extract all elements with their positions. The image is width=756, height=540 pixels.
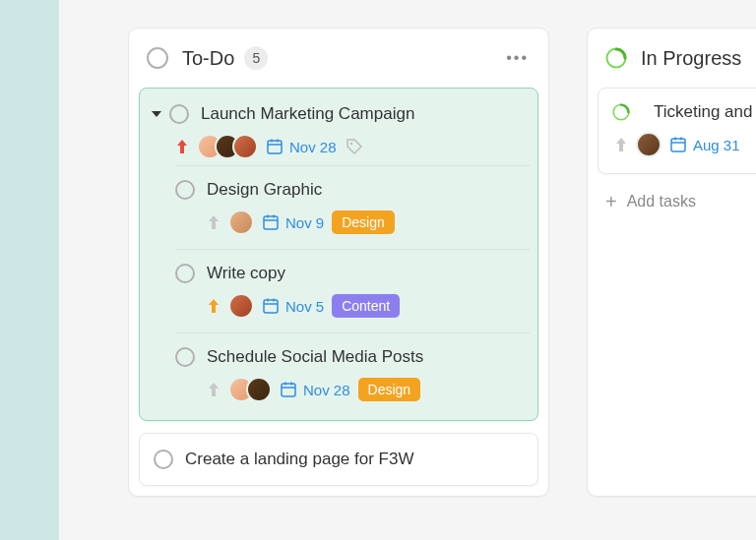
column-body: Launch Marketing Campaign xyxy=(129,88,548,496)
avatar[interactable] xyxy=(228,293,254,319)
tag-icon[interactable] xyxy=(345,137,364,156)
avatar[interactable] xyxy=(246,377,272,402)
priority-none-icon xyxy=(207,381,220,398)
due-date[interactable]: Nov 28 xyxy=(266,138,337,155)
add-task-button[interactable]: + Add tasks xyxy=(588,174,756,229)
avatar[interactable] xyxy=(228,210,254,235)
label-chip[interactable]: Design xyxy=(332,210,395,234)
kanban-board: To-Do 5 ••• Launch Marketing Campaign xyxy=(128,28,756,497)
task-title: Schedule Social Media Posts xyxy=(207,347,423,367)
task-title: Write copy xyxy=(207,264,285,283)
label-chip[interactable]: Content xyxy=(332,294,400,318)
assignee-avatars[interactable] xyxy=(636,132,662,157)
calendar-icon xyxy=(669,136,687,153)
assignee-avatars[interactable] xyxy=(228,293,254,319)
subtask-card[interactable]: Design Graphic Nov 9 xyxy=(175,165,530,249)
count-badge: 5 xyxy=(244,46,268,70)
assignee-avatars[interactable] xyxy=(228,210,254,235)
subtask-card[interactable]: Write copy Nov 5 xyxy=(175,249,530,332)
due-date[interactable]: Aug 31 xyxy=(669,136,740,153)
svg-rect-19 xyxy=(671,139,685,151)
complete-toggle[interactable] xyxy=(154,450,173,469)
status-progress-icon xyxy=(605,47,627,69)
due-date-text: Aug 31 xyxy=(693,137,740,153)
task-title: Design Graphic xyxy=(207,180,322,200)
svg-rect-0 xyxy=(268,141,282,153)
calendar-icon xyxy=(262,297,280,315)
task-card[interactable]: Ticketing and r Aug 31 xyxy=(598,88,756,174)
due-date[interactable]: Nov 28 xyxy=(280,381,350,398)
column-inprogress: In Progress 0 Ticketing and r xyxy=(587,28,756,497)
priority-high-icon xyxy=(175,138,189,155)
parent-task-row[interactable]: Launch Marketing Campaign xyxy=(148,100,530,126)
due-date[interactable]: Nov 9 xyxy=(262,213,324,231)
calendar-icon xyxy=(280,381,297,398)
add-task-label: Add tasks xyxy=(627,193,696,210)
priority-none-icon xyxy=(207,213,220,231)
due-date-text: Nov 9 xyxy=(285,214,324,231)
label-chip[interactable]: Design xyxy=(358,378,421,401)
due-date[interactable]: Nov 5 xyxy=(262,297,324,315)
column-title: To-Do xyxy=(182,47,234,70)
column-header-todo: To-Do 5 ••• xyxy=(129,29,548,88)
status-progress-icon xyxy=(612,103,630,121)
status-circle-icon xyxy=(147,47,168,69)
complete-toggle[interactable] xyxy=(175,347,195,367)
priority-medium-icon xyxy=(207,297,220,315)
due-date-text: Nov 28 xyxy=(289,139,337,155)
column-todo: To-Do 5 ••• Launch Marketing Campaign xyxy=(128,28,549,497)
column-header-inprogress: In Progress 0 xyxy=(588,29,756,88)
task-card-parent[interactable]: Launch Marketing Campaign xyxy=(139,88,538,421)
task-title: Launch Marketing Campaign xyxy=(201,104,414,124)
priority-none-icon xyxy=(614,136,628,153)
due-date-text: Nov 28 xyxy=(303,382,350,398)
plus-icon: + xyxy=(605,192,617,211)
assignee-avatars[interactable] xyxy=(228,377,272,402)
calendar-icon xyxy=(266,138,284,155)
left-accent-strip xyxy=(0,0,59,540)
assignee-avatars[interactable] xyxy=(197,134,258,159)
svg-point-4 xyxy=(349,143,351,145)
column-title: In Progress xyxy=(641,47,741,70)
complete-toggle[interactable] xyxy=(175,264,195,283)
avatar[interactable] xyxy=(232,134,258,159)
svg-rect-9 xyxy=(264,300,278,313)
task-card[interactable]: Create a landing page for F3W xyxy=(139,433,538,486)
task-title: Create a landing page for F3W xyxy=(185,450,413,469)
calendar-icon xyxy=(262,213,280,231)
avatar[interactable] xyxy=(636,132,662,157)
task-title: Ticketing and r xyxy=(654,102,756,122)
collapse-caret-icon[interactable] xyxy=(152,111,161,117)
complete-toggle[interactable] xyxy=(169,104,189,124)
column-menu-button[interactable]: ••• xyxy=(506,49,529,67)
subtask-card[interactable]: Schedule Social Media Posts xyxy=(175,332,530,416)
complete-toggle[interactable] xyxy=(175,180,195,200)
due-date-text: Nov 5 xyxy=(285,298,324,315)
parent-meta-row: Nov 28 xyxy=(175,134,530,159)
svg-rect-13 xyxy=(282,384,295,396)
svg-rect-5 xyxy=(264,216,278,229)
